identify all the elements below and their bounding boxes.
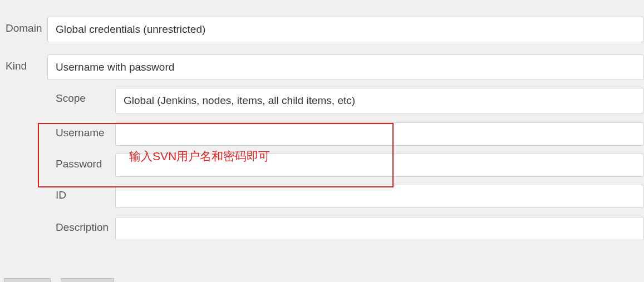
username-input[interactable]	[115, 122, 644, 146]
domain-select[interactable]: Global credentials (unrestricted)	[47, 17, 644, 42]
kind-value: Username with password	[56, 61, 174, 73]
row-id: ID	[0, 185, 644, 208]
id-input[interactable]	[115, 185, 644, 208]
domain-value: Global credentials (unrestricted)	[56, 23, 205, 36]
password-label: Password	[0, 154, 115, 170]
scope-value: Global (Jenkins, nodes, items, all child…	[124, 95, 355, 107]
button-stub-1[interactable]	[4, 278, 51, 282]
scope-label: Scope	[0, 88, 115, 105]
row-description: Description	[0, 217, 644, 240]
password-input[interactable]	[115, 154, 644, 177]
credentials-form: Domain Global credentials (unrestricted)…	[0, 0, 644, 240]
row-username: Username	[0, 122, 644, 146]
row-domain: Domain Global credentials (unrestricted)	[0, 17, 644, 42]
description-input[interactable]	[115, 217, 644, 240]
scope-select[interactable]: Global (Jenkins, nodes, items, all child…	[115, 88, 644, 113]
id-label: ID	[0, 185, 115, 201]
button-stub-2[interactable]	[61, 278, 114, 282]
kind-select[interactable]: Username with password	[47, 55, 644, 80]
kind-label: Kind	[0, 55, 47, 72]
row-password: Password	[0, 154, 644, 177]
row-scope: Scope Global (Jenkins, nodes, items, all…	[0, 88, 644, 113]
username-label: Username	[0, 122, 115, 139]
row-kind: Kind Username with password	[0, 55, 644, 80]
description-label: Description	[0, 217, 115, 234]
bottom-button-bar	[4, 278, 114, 282]
domain-label: Domain	[0, 17, 47, 34]
